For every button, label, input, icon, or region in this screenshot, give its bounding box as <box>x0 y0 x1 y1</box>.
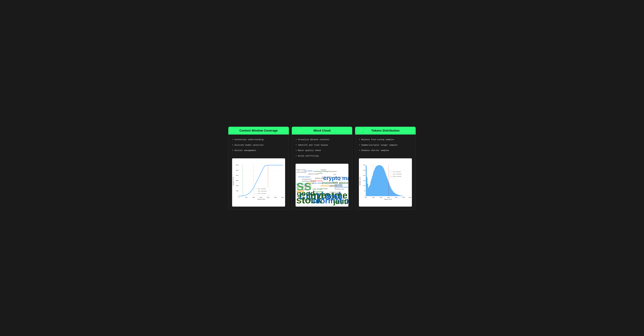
panel-header-wordcloud: Word Cloud <box>292 127 352 135</box>
svg-text:emerging tech: emerging tech <box>302 178 312 180</box>
bullet-item-1: Contextual understanding <box>232 138 285 141</box>
svg-rect-155 <box>401 195 402 196</box>
svg-rect-132 <box>384 168 384 196</box>
svg-text:thoughts: thoughts <box>321 169 326 170</box>
svg-rect-0 <box>232 162 285 202</box>
svg-text:concrete advice: concrete advice <box>298 176 310 178</box>
panel-title-tokens: Tokens Distribution <box>358 129 413 132</box>
svg-text:content growing: content growing <box>296 171 306 173</box>
panel-header-context: Context Window Coverage <box>228 127 289 135</box>
svg-rect-142 <box>391 188 392 196</box>
svg-text:issues importance: issues importance <box>296 183 308 185</box>
svg-rect-140 <box>390 185 390 196</box>
panel-tokens-dist: Tokens Distribution Balance fine-tuning … <box>355 127 416 209</box>
panel-title-wordcloud: Word Cloud <box>294 129 350 132</box>
svg-text:federal reserve: federal reserve <box>315 177 326 179</box>
svg-text:justi: justi <box>333 197 348 206</box>
svg-text:0: 0 <box>238 195 238 197</box>
svg-rect-126 <box>379 165 380 196</box>
svg-rect-136 <box>386 176 387 196</box>
svg-text:2000: 2000 <box>267 197 269 198</box>
svg-rect-145 <box>393 192 394 196</box>
svg-text:500: 500 <box>246 197 247 198</box>
svg-text:256 - 1/8 context: 256 - 1/8 context <box>258 188 266 189</box>
svg-text:government bonds: government bonds <box>334 186 348 188</box>
svg-text:2048 - full context: 2048 - full context <box>393 176 402 177</box>
svg-rect-151 <box>398 195 398 196</box>
bullet-wc-3: Basic quality check <box>296 149 348 152</box>
svg-text:Samples Count: Samples Count <box>359 177 361 185</box>
svg-text:50: 50 <box>364 190 365 191</box>
bullet-tok-2: Summarize/split longer samples <box>359 144 412 147</box>
svg-rect-154 <box>400 195 401 196</box>
svg-text:stock global: stock global <box>304 170 312 171</box>
svg-rect-112 <box>368 187 369 196</box>
svg-rect-139 <box>389 183 389 196</box>
word-cloud-chart: ss context good investme stock informati… <box>296 164 348 207</box>
svg-rect-122 <box>376 166 376 196</box>
svg-rect-152 <box>398 195 399 196</box>
svg-rect-111 <box>368 184 368 196</box>
svg-text:2000: 2000 <box>387 197 390 198</box>
svg-text:considering investing: considering investing <box>313 170 327 172</box>
svg-rect-116 <box>371 179 372 196</box>
svg-rect-123 <box>376 166 377 196</box>
svg-text:1500: 1500 <box>260 197 262 198</box>
svg-text:marketing professional: marketing professional <box>302 180 316 182</box>
svg-text:2500: 2500 <box>274 197 277 198</box>
svg-text:Tokens Count: Tokens Count <box>257 198 265 200</box>
svg-rect-133 <box>384 170 385 196</box>
svg-text:real estate: real estate <box>334 184 342 185</box>
bullet-wc-4: Avoid overfitting <box>296 155 348 158</box>
svg-text:earning interest: earning interest <box>327 171 336 172</box>
svg-rect-127 <box>380 165 380 196</box>
svg-text:1024 - half context: 1024 - half context <box>258 190 267 191</box>
svg-rect-135 <box>386 174 386 196</box>
svg-text:1500: 1500 <box>380 197 382 198</box>
svg-rect-153 <box>399 195 400 196</box>
svg-text:well established: well established <box>333 176 343 178</box>
svg-text:3000: 3000 <box>402 197 405 198</box>
bullet-item-2: Accurate model selection <box>232 144 285 147</box>
svg-rect-149 <box>396 194 397 196</box>
bullet-wc-1: Visualize dataset contents <box>296 138 348 141</box>
svg-text:0: 0 <box>239 197 239 198</box>
bullet-list-context: Contextual understanding Accurate model … <box>232 138 285 155</box>
svg-rect-124 <box>378 166 378 196</box>
line-chart: 0 1000 2000 3000 4000 5000 6000 0 500 10… <box>232 158 285 207</box>
svg-rect-120 <box>374 169 375 196</box>
svg-text:100: 100 <box>363 185 365 186</box>
svg-text:2048 - full context: 2048 - full context <box>258 193 266 194</box>
svg-text:300: 300 <box>363 165 365 166</box>
svg-text:2500: 2500 <box>395 197 398 198</box>
svg-text:paying stocks: paying stocks <box>322 176 331 178</box>
svg-rect-130 <box>382 166 382 196</box>
svg-text:performance align: performance align <box>296 186 307 188</box>
svg-rect-114 <box>370 184 370 196</box>
svg-text:Tokens Count: Tokens Count <box>384 198 392 200</box>
svg-text:analysis complex: analysis complex <box>308 173 319 175</box>
svg-text:this: this <box>338 179 340 181</box>
line-chart-container: 0 1000 2000 3000 4000 5000 6000 0 500 10… <box>232 158 285 207</box>
svg-text:old busin: old busin <box>332 181 338 183</box>
svg-rect-150 <box>397 194 398 196</box>
word-cloud-svg: ss context good investme stock informati… <box>296 164 348 207</box>
svg-text:3500: 3500 <box>409 197 411 198</box>
svg-text:250: 250 <box>363 169 365 171</box>
svg-text:1024 - half context: 1024 - half context <box>393 173 402 175</box>
svg-text:SBB focus: SBB focus <box>302 189 309 190</box>
svg-text:saving: saving <box>318 172 322 174</box>
svg-rect-119 <box>374 171 374 196</box>
panel-title-context: Context Window Coverage <box>231 129 286 132</box>
svg-text:solar energy: solar energy <box>312 188 322 190</box>
svg-text:investing: investing <box>314 190 324 193</box>
histogram-chart: 0 50 100 150 200 250 300 500 1000 1500 2… <box>359 158 412 207</box>
panel-body-context: Contextual understanding Accurate model … <box>228 135 289 209</box>
svg-rect-131 <box>383 167 383 196</box>
svg-text:3000: 3000 <box>236 180 238 181</box>
svg-rect-137 <box>387 178 388 196</box>
bullet-list-tokens: Balance fine-tuning samples Summarize/sp… <box>359 138 412 155</box>
svg-rect-118 <box>373 174 374 196</box>
svg-rect-125 <box>378 165 379 196</box>
panel-header-tokens: Tokens Distribution <box>355 127 416 135</box>
